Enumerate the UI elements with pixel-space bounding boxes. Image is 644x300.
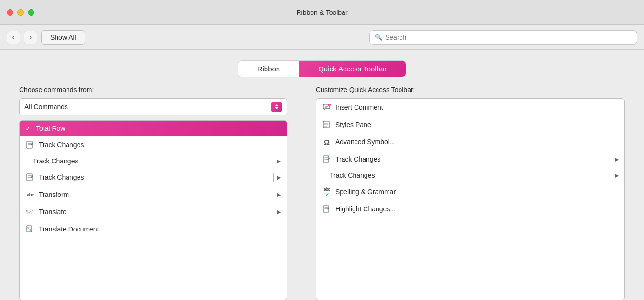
command-list: ✓ Total Row Track Changes: [19, 120, 287, 300]
submenu-arrow-icon: ▶: [277, 158, 281, 164]
list-item[interactable]: ✓ Total Row: [20, 121, 287, 136]
cmd-label: Transform: [39, 191, 69, 198]
title-bar: Ribbon & Toolbar: [0, 0, 644, 25]
cmd-label: Spelling & Grammar: [335, 188, 396, 196]
tab-ribbon[interactable]: Ribbon: [238, 61, 300, 77]
back-button[interactable]: ‹: [7, 31, 20, 44]
toolbar: ‹ › Show All 🔍: [0, 25, 644, 50]
list-item[interactable]: abc Transform ▶: [20, 186, 287, 203]
list-item[interactable]: $ S Translate ▶: [20, 203, 287, 220]
choose-label: Choose commands from:: [19, 86, 287, 93]
columns: Choose commands from: All Commands ✓ Tot…: [0, 86, 644, 300]
highlight-icon: [322, 204, 332, 214]
cmd-label: Translate Document: [39, 225, 99, 233]
left-column: Choose commands from: All Commands ✓ Tot…: [19, 86, 287, 300]
list-item[interactable]: Track Changes ▶: [20, 169, 287, 186]
customize-label: Customize Quick Access Toolbar:: [316, 86, 625, 93]
symbol-icon: Ω: [322, 137, 332, 147]
svg-text:+: +: [329, 104, 330, 106]
search-input[interactable]: [385, 34, 632, 41]
svg-text:$: $: [26, 209, 28, 213]
cmd-label: Styles Pane: [335, 121, 371, 128]
list-item[interactable]: Highlight Changes...: [316, 200, 624, 218]
list-item[interactable]: Track Changes ▶: [20, 153, 287, 169]
show-all-label: Show All: [50, 34, 76, 41]
window-title: Ribbon & Toolbar: [296, 9, 347, 16]
arrow-up-icon: [275, 104, 278, 106]
maximize-button[interactable]: [28, 9, 34, 16]
cmd-label: Highlight Changes...: [335, 205, 396, 213]
commands-dropdown-value: All Commands: [24, 103, 68, 111]
tab-switcher: Ribbon Quick Access Toolbar: [0, 50, 644, 86]
submenu-arrow-icon: ▶: [277, 209, 281, 215]
minimize-button[interactable]: [17, 9, 24, 16]
arrow-down-icon: [275, 107, 278, 109]
translate-icon: $ S: [25, 207, 35, 217]
cmd-label: Track Changes: [39, 173, 84, 181]
cmd-label: Track Changes: [335, 155, 380, 163]
cmd-label: Total Row: [36, 125, 65, 132]
track-changes-r-icon: [322, 154, 332, 164]
cmd-label: Insert Comment: [335, 104, 383, 111]
translate-doc-icon: $ S: [25, 224, 35, 234]
close-button[interactable]: [7, 9, 13, 16]
list-item[interactable]: $ S Translate Document: [20, 220, 287, 238]
check-icon: ✓: [25, 125, 31, 132]
submenu-arrow-icon: ▶: [277, 174, 281, 181]
cmd-label: Track Changes: [330, 172, 375, 179]
list-item[interactable]: abc ✓ Spelling & Grammar: [316, 183, 624, 200]
forward-button[interactable]: ›: [24, 31, 37, 44]
search-box: 🔍: [369, 30, 637, 45]
list-item[interactable]: Styles Pane: [316, 116, 624, 133]
list-item[interactable]: Track Changes ▶: [316, 168, 624, 183]
track-changes-icon: [25, 140, 35, 150]
back-icon: ‹: [12, 34, 14, 41]
svg-text:$: $: [27, 227, 29, 230]
cmd-label: Translate: [39, 208, 67, 216]
traffic-lights: [7, 9, 34, 16]
cmd-label: Track Changes: [33, 157, 78, 165]
cmd-label: Advanced Symbol...: [335, 138, 395, 146]
separator-line: [273, 173, 274, 182]
tab-quick-access[interactable]: Quick Access Toolbar: [299, 61, 406, 77]
commands-dropdown[interactable]: All Commands: [19, 98, 287, 115]
main-content: Ribbon Quick Access Toolbar Choose comma…: [0, 50, 644, 300]
right-column: Customize Quick Access Toolbar: +: [316, 86, 625, 300]
spell-icon: abc ✓: [322, 187, 332, 196]
cmd-label: Track Changes: [39, 141, 84, 149]
submenu-arrow-icon: ▶: [277, 192, 281, 198]
list-item[interactable]: Ω Advanced Symbol...: [316, 133, 624, 150]
styles-icon: [322, 120, 332, 129]
list-item[interactable]: Track Changes: [20, 136, 287, 153]
abc-icon: abc: [25, 190, 35, 199]
forward-icon: ›: [30, 34, 32, 41]
list-item[interactable]: Track Changes ▶: [316, 150, 624, 168]
customize-list: + Insert Comment Sty: [316, 98, 625, 300]
search-icon: 🔍: [375, 34, 382, 41]
submenu-arrow-icon: ▶: [615, 173, 619, 179]
list-item[interactable]: + Insert Comment: [316, 99, 624, 116]
dropdown-arrows: [271, 102, 282, 112]
tab-quick-access-label: Quick Access Toolbar: [318, 65, 387, 73]
tab-ribbon-label: Ribbon: [257, 65, 280, 73]
separator-line: [611, 155, 611, 163]
show-all-button[interactable]: Show All: [41, 30, 85, 45]
tabs-container: Ribbon Quick Access Toolbar: [238, 60, 407, 77]
comment-icon: +: [322, 103, 332, 112]
track-changes-icon-2: [25, 173, 35, 182]
submenu-arrow-icon: ▶: [615, 156, 619, 162]
